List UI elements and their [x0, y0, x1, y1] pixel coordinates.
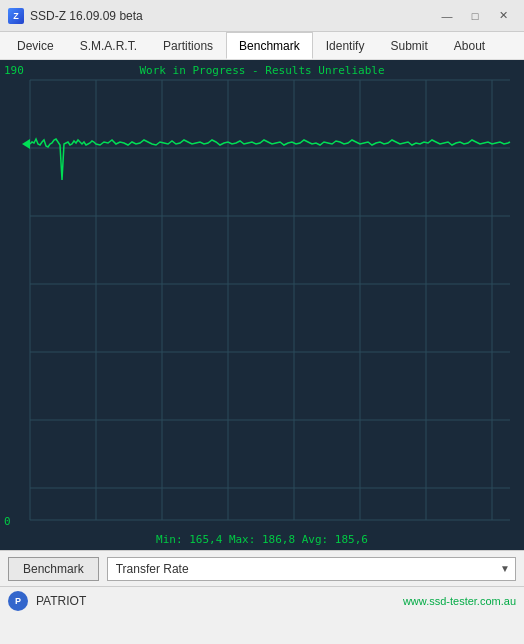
menu-partitions[interactable]: Partitions	[150, 32, 226, 59]
menu-submit[interactable]: Submit	[377, 32, 440, 59]
bottom-bar: Benchmark Transfer Rate 4K Random Read 4…	[0, 550, 524, 586]
status-bar: P PATRIOT www.ssd-tester.com.au	[0, 586, 524, 614]
maximize-button[interactable]: □	[462, 6, 488, 26]
transfer-rate-dropdown-container: Transfer Rate 4K Random Read 4K Random W…	[107, 557, 516, 581]
menu-benchmark[interactable]: Benchmark	[226, 32, 313, 59]
chart-svg	[0, 60, 524, 550]
menu-smart[interactable]: S.M.A.R.T.	[67, 32, 150, 59]
website-label: www.ssd-tester.com.au	[403, 595, 516, 607]
menu-device[interactable]: Device	[4, 32, 67, 59]
menu-about[interactable]: About	[441, 32, 498, 59]
window-controls: — □ ✕	[434, 6, 516, 26]
svg-marker-16	[22, 139, 30, 149]
window-title: SSD-Z 16.09.09 beta	[30, 9, 434, 23]
benchmark-button[interactable]: Benchmark	[8, 557, 99, 581]
close-button[interactable]: ✕	[490, 6, 516, 26]
menu-identify[interactable]: Identify	[313, 32, 378, 59]
menu-bar: Device S.M.A.R.T. Partitions Benchmark I…	[0, 32, 524, 60]
minimize-button[interactable]: —	[434, 6, 460, 26]
title-bar: Z SSD-Z 16.09.09 beta — □ ✕	[0, 0, 524, 32]
app-icon: Z	[8, 8, 24, 24]
drive-name: PATRIOT	[36, 594, 86, 608]
benchmark-chart: Work in Progress - Results Unreliable 19…	[0, 60, 524, 550]
drive-icon: P	[8, 591, 28, 611]
benchmark-type-select[interactable]: Transfer Rate 4K Random Read 4K Random W…	[107, 557, 516, 581]
